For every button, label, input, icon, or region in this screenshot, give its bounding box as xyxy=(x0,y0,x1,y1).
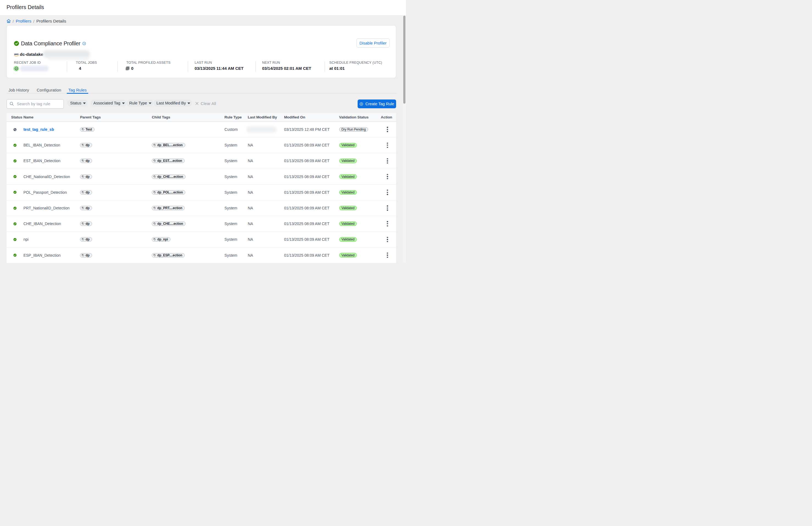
tag-pill[interactable]: dp xyxy=(80,221,92,226)
action-cell xyxy=(381,142,396,148)
kebab-menu-icon[interactable] xyxy=(384,173,391,180)
filter-dropdown-associated-tag[interactable]: Associated Tag xyxy=(91,100,127,107)
create-tag-rule-button[interactable]: Create Tag Rule xyxy=(358,100,396,108)
tag-pill[interactable]: dp xyxy=(80,175,92,179)
column-header-modified-on: Modified On xyxy=(284,115,339,119)
validation-status-badge: Validated xyxy=(339,221,357,226)
rule-type-cell: System xyxy=(224,237,248,242)
tag-pill[interactable]: dp_POL....ection xyxy=(152,190,185,194)
search-input[interactable] xyxy=(16,101,60,106)
stat-label-total-jobs: TOTAL JOBS xyxy=(76,61,97,64)
filter-dropdown-status[interactable]: Status xyxy=(67,100,87,107)
modified-on-cell: 01/13/2025 08:09 AM CET xyxy=(284,159,339,163)
action-cell xyxy=(381,126,396,133)
breadcrumb: / Profilers / Profilers Details xyxy=(6,19,66,24)
vertical-scrollbar-track[interactable] xyxy=(403,15,406,263)
last-modified-by-cell: NA xyxy=(248,143,284,147)
rule-status-icon xyxy=(6,175,23,178)
modified-on-cell: 01/13/2025 08:09 AM CET xyxy=(284,175,339,179)
parent-tags-cell: dp xyxy=(80,206,152,210)
aws-logo-icon: aws xyxy=(14,53,19,57)
tag-pill[interactable]: dp_ESP....ection xyxy=(152,253,185,258)
tag-pill[interactable]: dp xyxy=(80,190,92,194)
kebab-menu-icon[interactable] xyxy=(384,220,391,227)
last-modified-by: NA xyxy=(248,206,253,210)
tag-pill[interactable]: dp_CHE....ection xyxy=(152,221,186,226)
profiler-summary-card: Data Compliance Profiler ? Disable Profi… xyxy=(6,25,396,78)
rule-status-icon xyxy=(6,128,23,131)
validation-status-cell: Validated xyxy=(339,190,381,195)
kebab-menu-icon[interactable] xyxy=(384,158,391,164)
tag-pill[interactable]: dp_EST....ection xyxy=(152,159,185,163)
datalake-row: aws dc-datalake xyxy=(14,52,43,57)
rule-name: PRT_NationalID_Detection xyxy=(23,206,70,210)
validation-status-cell: Validated xyxy=(339,237,381,242)
action-cell xyxy=(381,173,396,180)
last-modified-by-cell: NA xyxy=(248,159,284,163)
validation-status-badge: Validated xyxy=(339,237,357,242)
table-grid-icon xyxy=(126,67,129,70)
tag-pill[interactable]: Test xyxy=(80,127,94,132)
kebab-menu-icon[interactable] xyxy=(384,126,391,133)
tag-pill[interactable]: dp_PRT....ection xyxy=(152,206,185,210)
stat-label-last-run: LAST RUN xyxy=(194,61,212,64)
rule-name-link[interactable]: test_tag_rule_sb xyxy=(23,127,54,132)
kebab-menu-icon[interactable] xyxy=(384,252,391,259)
rule-status-icon xyxy=(6,191,23,194)
last-modified-by: NA xyxy=(248,175,253,179)
rule-type-cell: Custom xyxy=(224,127,248,132)
stat-value-next-run: 03/14/2025 02:01 AM CET xyxy=(262,66,311,71)
tab-configuration[interactable]: Configuration xyxy=(35,85,63,93)
tag-pill[interactable]: dp xyxy=(80,159,92,163)
table-header-row: Status Name Parent Tags Child Tags Rule … xyxy=(6,113,396,122)
table-row: npidpdp_npiSystemNA01/13/2025 08:09 AM C… xyxy=(6,232,396,247)
last-modified-by: NA xyxy=(248,190,253,194)
tag-pill[interactable]: dp xyxy=(80,143,92,147)
last-modified-by: NA xyxy=(248,237,253,242)
table-row: CHE_NationalID_Detectiondpdp_CHE....ecti… xyxy=(6,169,396,185)
breadcrumb-item-profilers[interactable]: Profilers xyxy=(16,19,31,24)
last-modified-by-cell xyxy=(248,127,284,133)
vertical-scrollbar-thumb[interactable] xyxy=(403,16,405,104)
plus-circle-icon xyxy=(360,102,363,106)
rule-name: CHE_NationalID_Detection xyxy=(23,175,70,179)
kebab-menu-icon[interactable] xyxy=(384,236,391,243)
kebab-menu-icon[interactable] xyxy=(384,205,391,211)
page-title: Profilers Details xyxy=(6,4,44,11)
kebab-menu-icon[interactable] xyxy=(384,189,391,196)
tag-pill[interactable]: dp xyxy=(80,237,92,242)
svg-text:aws: aws xyxy=(14,53,18,56)
help-icon[interactable]: ? xyxy=(81,42,86,45)
parent-tags-cell: dp xyxy=(80,143,152,147)
tag-pill[interactable]: dp xyxy=(80,206,92,210)
last-modified-by-cell: NA xyxy=(248,175,284,179)
filter-dropdown-last-modified-by[interactable]: Last Modified By xyxy=(154,100,192,107)
validation-status-cell: Dry Run Pending xyxy=(339,127,381,132)
tag-pill[interactable]: dp xyxy=(80,253,92,258)
kebab-menu-icon[interactable] xyxy=(384,142,391,148)
child-tags-cell: dp_npi xyxy=(152,237,224,242)
tab-job-history[interactable]: Job History xyxy=(6,85,31,93)
clear-all-button[interactable]: Clear All xyxy=(195,100,216,107)
modified-on-cell: 01/13/2025 08:09 AM CET xyxy=(284,190,339,194)
validation-status-cell: Validated xyxy=(339,143,381,148)
profiler-title: Data Compliance Profiler xyxy=(21,40,80,47)
action-cell xyxy=(381,189,396,196)
parent-tags-cell: dp xyxy=(80,190,152,194)
tag-pill[interactable]: dp_npi xyxy=(152,237,171,242)
last-modified-by: NA xyxy=(248,221,253,226)
chevron-down-icon xyxy=(83,103,86,104)
tab-tag-rules[interactable]: Tag Rules xyxy=(67,85,88,93)
validation-status-cell: Validated xyxy=(339,174,381,179)
disable-profiler-button[interactable]: Disable Profiler xyxy=(357,39,390,47)
search-box xyxy=(6,99,64,108)
validation-status-badge: Validated xyxy=(339,159,357,163)
tag-pill[interactable]: dp_CHE....ection xyxy=(152,175,186,179)
tag-pill[interactable]: dp_BEL....ection xyxy=(152,143,185,147)
filter-dropdown-rule-type[interactable]: Rule Type xyxy=(127,100,153,107)
rule-name: CHE_IBAN_Detection xyxy=(23,221,61,226)
column-header-parent-tags: Parent Tags xyxy=(80,115,152,119)
parent-tags-cell: Test xyxy=(80,127,152,132)
home-icon[interactable] xyxy=(6,19,11,23)
child-tags-cell: dp_POL....ection xyxy=(152,190,224,194)
